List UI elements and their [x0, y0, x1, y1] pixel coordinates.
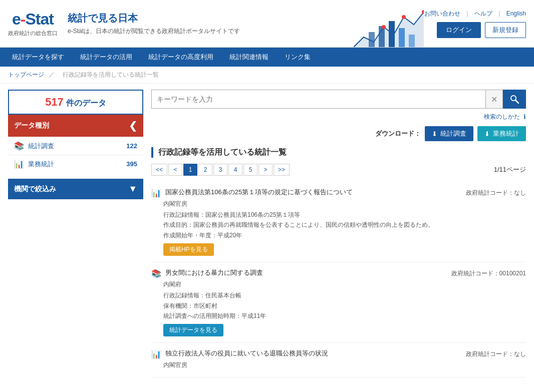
download-stat-icon: ⬇ — [432, 130, 437, 138]
breadcrumb-home[interactable]: トップページ — [8, 71, 44, 78]
result-2-title-link[interactable]: 男女間における暴力に関する調査 — [165, 269, 263, 276]
result-3-org: 内閣官房 — [151, 361, 526, 369]
result-3-title-link[interactable]: 独立行政法人等の役員に就いている退職公務員等の状況 — [165, 349, 328, 357]
header-center: 統計で見る日本 e-Statは、日本の統計が閲覧できる政府統計ポータルサイトです — [68, 12, 240, 36]
sidebar-row-stat[interactable]: 📚 統計調査 122 — [8, 137, 143, 155]
header-title: 統計で見る日本 — [68, 12, 240, 25]
logo: e-Stat — [12, 10, 54, 29]
result-1-org: 内閣官房 — [151, 200, 526, 208]
svg-rect-5 — [409, 35, 415, 47]
result-2-code: 政府統計コード：00100201 — [451, 268, 526, 278]
logo-subtitle: 政府統計の総合窓口 — [8, 30, 58, 37]
result-1-code: 政府統計コード：なし — [466, 188, 526, 197]
svg-rect-4 — [399, 28, 405, 47]
contact-link[interactable]: お問い合わせ — [424, 10, 460, 18]
result-2-tag-button[interactable]: 統計データを見る — [163, 324, 223, 336]
result-item-1: 📊 国家公務員法第106条の25第１項等の規定に基づく報告について 政府統計コー… — [151, 182, 526, 262]
sidebar: 517 件のデータ データ種別 ❮ 📚 統計調査 122 📊 業務統計 395 … — [8, 90, 143, 377]
nav-item-links[interactable]: リンク集 — [277, 48, 319, 67]
search-input[interactable] — [151, 90, 486, 109]
business-icon: 📊 — [14, 159, 24, 169]
info-icon: ℹ — [523, 113, 526, 120]
data-count-unit: 件のデータ — [66, 99, 106, 107]
search-button[interactable] — [503, 90, 526, 109]
search-hint: 検索のしかた ℹ — [151, 113, 526, 121]
search-bar: ✕ — [151, 90, 526, 109]
search-hint-link[interactable]: 検索のしかた — [484, 113, 520, 120]
login-button[interactable]: ログイン — [437, 22, 481, 38]
search-icon — [510, 95, 519, 104]
sidebar-filter-label: 機関で絞込み — [14, 185, 56, 194]
breadcrumb-current: 行政記録等を活用している統計一覧 — [63, 71, 159, 78]
result-3-code: 政府統計コード：なし — [466, 349, 526, 358]
result-1-title: 国家公務員法第106条の25第１項等の規定に基づく報告について — [165, 188, 353, 197]
search-clear-button[interactable]: ✕ — [486, 90, 503, 109]
result-3-title: 独立行政法人等の役員に就いている退職公務員等の状況 — [165, 349, 328, 358]
svg-point-6 — [382, 25, 386, 29]
download-business-label: 業務統計 — [493, 129, 519, 138]
header-desc: e-Statは、日本の統計が閲覧できる政府統計ポータルサイトです — [68, 27, 240, 36]
download-stat-button[interactable]: ⬇ 統計調査 — [425, 126, 473, 141]
svg-line-10 — [515, 100, 518, 103]
result-3-icon: 📊 — [151, 349, 161, 359]
result-2-org: 内閣府 — [151, 280, 526, 289]
result-2-meta: 行政記録情報：住民基本台帳 保有機関：市区町村 統計調査への活用開始時期：平成1… — [151, 290, 526, 321]
result-1-header: 📊 国家公務員法第106条の25第１項等の規定に基づく報告について 政府統計コー… — [151, 188, 526, 198]
stat-count: 122 — [126, 142, 137, 150]
result-2-icon: 📚 — [151, 269, 161, 278]
nav-item-advanced[interactable]: 統計データの高度利用 — [140, 48, 221, 67]
download-stat-label: 統計調査 — [440, 129, 466, 138]
page-next-button[interactable]: > — [258, 164, 273, 176]
nav-item-use[interactable]: 統計データの活用 — [72, 48, 140, 67]
header-btns: ログイン 新規登録 — [437, 22, 526, 38]
result-item-2: 📚 男女間における暴力に関する調査 政府統計コード：00100201 内閣府 行… — [151, 262, 526, 343]
result-2-title: 男女間における暴力に関する調査 — [165, 268, 263, 277]
page-prev-button[interactable]: < — [168, 164, 182, 176]
stat-label: 統計調査 — [28, 142, 126, 151]
result-1-tag-button[interactable]: 掲載HPを見る — [163, 243, 214, 256]
main-layout: 517 件のデータ データ種別 ❮ 📚 統計調査 122 📊 業務統計 395 … — [0, 84, 534, 383]
svg-rect-3 — [389, 21, 395, 47]
page-1-button[interactable]: 1 — [183, 164, 197, 176]
logo-area: e-Stat 政府統計の総合窓口 — [8, 10, 58, 37]
result-1-icon: 📊 — [151, 188, 161, 198]
sidebar-type-label: データ種別 — [14, 121, 49, 130]
english-link[interactable]: English — [506, 10, 526, 17]
stat-icon: 📚 — [14, 141, 24, 151]
sidebar-row-business[interactable]: 📊 業務統計 395 — [8, 155, 143, 173]
header: e-Stat 政府統計の総合窓口 統計で見る日本 e-Statは、日本の統計が閲… — [0, 0, 534, 48]
section-title: 行政記録等を活用している統計一覧 — [151, 147, 526, 158]
help-link[interactable]: ヘルプ — [474, 10, 492, 18]
page-3-button[interactable]: 3 — [213, 164, 227, 176]
pagination: << < 1 2 3 4 5 > >> 1/11ページ — [151, 164, 526, 176]
business-count: 395 — [126, 160, 137, 168]
svg-point-7 — [402, 15, 406, 19]
download-business-icon: ⬇ — [484, 130, 490, 138]
register-button[interactable]: 新規登録 — [485, 22, 526, 38]
nav-item-search[interactable]: 統計データを探す — [4, 48, 72, 67]
result-3-header: 📊 独立行政法人等の役員に就いている退職公務員等の状況 政府統計コード：なし — [151, 349, 526, 359]
business-label: 業務統計 — [28, 160, 126, 169]
page-first-button[interactable]: << — [151, 164, 167, 176]
page-4-button[interactable]: 4 — [228, 164, 242, 176]
result-item-3: 📊 独立行政法人等の役員に就いている退職公務員等の状況 政府統計コード：なし 内… — [151, 343, 526, 377]
sidebar-filter-arrow-icon: ▼ — [128, 184, 137, 194]
nav-item-related[interactable]: 統計関連情報 — [221, 48, 277, 67]
download-business-button[interactable]: ⬇ 業務統計 — [477, 126, 526, 141]
svg-rect-1 — [369, 32, 375, 47]
result-1-meta: 行政記録情報：国家公務員法第106条の25第１項等 作成目的：国家公務員の再就職… — [151, 210, 526, 240]
page-5-button[interactable]: 5 — [243, 164, 257, 176]
page-last-button[interactable]: >> — [274, 164, 290, 176]
content-area: ✕ 検索のしかた ℹ ダウンロード： ⬇ 統計調査 ⬇ 業務統計 — [151, 90, 526, 377]
header-links: お問い合わせ ｜ ヘルプ ｜ English — [424, 10, 526, 18]
sidebar-collapse-icon: ❮ — [129, 120, 137, 132]
data-count-box: 517 件のデータ — [8, 90, 143, 115]
sidebar-filter[interactable]: 機関で絞込み ▼ — [8, 179, 143, 199]
sidebar-type-header[interactable]: データ種別 ❮ — [8, 115, 143, 137]
breadcrumb: トップページ ／ 行政記録等を活用している統計一覧 — [0, 67, 534, 84]
header-chart — [354, 7, 424, 47]
page-info: 1/11ページ — [494, 165, 526, 174]
result-1-title-link[interactable]: 国家公務員法第106条の25第１項等の規定に基づく報告について — [165, 188, 353, 196]
download-row: ダウンロード： ⬇ 統計調査 ⬇ 業務統計 — [151, 126, 526, 141]
page-2-button[interactable]: 2 — [198, 164, 212, 176]
